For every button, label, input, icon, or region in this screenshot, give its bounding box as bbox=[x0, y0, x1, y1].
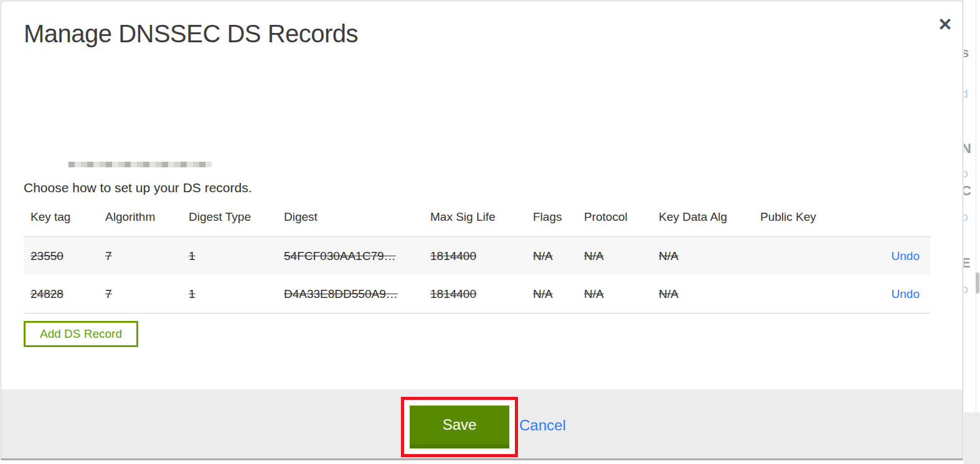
cancel-link[interactable]: Cancel bbox=[519, 417, 566, 434]
table-cell: 24828 bbox=[24, 287, 98, 301]
save-button[interactable]: Save bbox=[410, 406, 509, 448]
background-footer-strip bbox=[964, 412, 980, 464]
background-text-fragment: C bbox=[964, 183, 971, 199]
close-icon[interactable]: ✕ bbox=[934, 14, 956, 36]
dnssec-modal: Manage DNSSEC DS Records ✕ Choose how to… bbox=[1, 1, 963, 460]
add-ds-record-button[interactable]: Add DS Record bbox=[24, 321, 138, 347]
table-cell: 1814400 bbox=[423, 249, 526, 263]
column-header: Key Data Alg bbox=[652, 209, 753, 236]
table-cell: D4A33E8DD550A9… bbox=[277, 287, 423, 301]
background-page-sliver: sdNoCoEo bbox=[964, 0, 980, 464]
table-cell: N/A bbox=[577, 249, 652, 263]
undo-link[interactable]: Undo bbox=[892, 249, 920, 262]
background-text-fragment: o bbox=[964, 210, 968, 224]
table-body: 235507154FCF030AA1C79…1814400N/AN/AN/AUn… bbox=[24, 236, 930, 313]
ds-records-table: Key tagAlgorithmDigest TypeDigestMax Sig… bbox=[24, 209, 930, 313]
redacted-domain-name bbox=[24, 142, 247, 162]
column-header: Algorithm bbox=[98, 209, 182, 236]
background-text-fragment: s bbox=[964, 45, 969, 61]
table-row: 235507154FCF030AA1C79…1814400N/AN/AN/AUn… bbox=[24, 237, 930, 275]
scrollbar-thumb[interactable] bbox=[976, 272, 979, 294]
scrollbar-track bbox=[976, 0, 976, 464]
background-text-fragment: d bbox=[964, 87, 968, 101]
table-cell-action: Undo bbox=[875, 249, 930, 263]
column-header: Protocol bbox=[577, 209, 652, 236]
table-cell: N/A bbox=[526, 287, 577, 301]
background-text-fragment: o bbox=[964, 167, 968, 180]
table-cell: 7 bbox=[98, 249, 182, 263]
table-cell: N/A bbox=[526, 249, 577, 263]
background-text-fragment: E bbox=[964, 255, 971, 271]
column-header: Public Key bbox=[753, 209, 875, 236]
table-cell: 1814400 bbox=[423, 287, 526, 301]
table-cell: 23550 bbox=[24, 249, 98, 263]
column-header: Digest Type bbox=[182, 209, 277, 236]
table-header-row: Key tagAlgorithmDigest TypeDigestMax Sig… bbox=[24, 209, 930, 236]
table-cell-action: Undo bbox=[875, 287, 930, 301]
page-title: Manage DNSSEC DS Records bbox=[24, 20, 358, 48]
background-text-fragment: o bbox=[964, 282, 968, 296]
table-cell: 1 bbox=[182, 287, 277, 301]
table-cell: 7 bbox=[98, 287, 182, 301]
subtitle-text: Choose how to set up your DS records. bbox=[24, 180, 252, 195]
screen: sdNoCoEo Manage DNSSEC DS Records ✕ Choo… bbox=[0, 0, 980, 464]
table-cell: 1 bbox=[182, 249, 277, 263]
column-header: Digest bbox=[277, 209, 423, 236]
background-text-fragment: N bbox=[964, 141, 971, 157]
annotation-highlight-box: Save bbox=[401, 397, 518, 457]
table-cell: N/A bbox=[652, 287, 753, 301]
modal-footer: Save Cancel bbox=[1, 389, 963, 460]
column-header: Flags bbox=[526, 209, 577, 236]
table-row: 2482871D4A33E8DD550A9…1814400N/AN/AN/AUn… bbox=[24, 275, 930, 313]
table-cell: N/A bbox=[652, 249, 753, 263]
undo-link[interactable]: Undo bbox=[892, 287, 920, 300]
column-header: Max Sig Life bbox=[423, 209, 526, 236]
table-cell: 54FCF030AA1C79… bbox=[277, 249, 423, 263]
column-header: Key tag bbox=[24, 209, 98, 236]
table-cell: N/A bbox=[577, 287, 652, 301]
column-header-actions bbox=[875, 209, 930, 236]
